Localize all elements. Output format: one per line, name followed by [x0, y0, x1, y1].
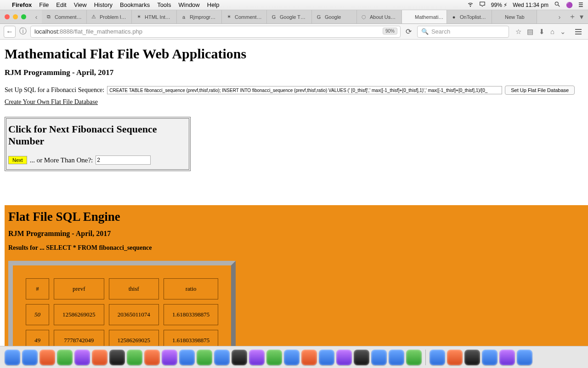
dock-app-icon[interactable] [284, 350, 300, 365]
browser-tab[interactable]: ✶Comment… [222, 10, 267, 23]
page-subtitle: RJM Programming - April, 2017 [5, 68, 583, 77]
bookmark-star-icon[interactable]: ☆ [515, 28, 521, 36]
sql-engine-panel: Flat File SQL Engine RJM Programming - A… [5, 205, 588, 346]
tab-label: Mathemati… [415, 14, 443, 20]
setup-database-button[interactable]: Set Up Flat File Database [505, 86, 575, 95]
dock-app-icon[interactable] [232, 350, 247, 365]
menu-file[interactable]: File [39, 1, 49, 8]
close-window-button[interactable] [5, 14, 10, 19]
search-field[interactable]: 🔍 Search [417, 26, 509, 38]
zoom-indicator[interactable]: 90% [383, 28, 397, 34]
menu-bookmarks[interactable]: Bookmarks [120, 1, 150, 8]
downloads-icon[interactable]: ⬇ [539, 28, 545, 36]
sql-input[interactable] [107, 86, 502, 94]
menu-tools[interactable]: Tools [157, 1, 171, 8]
search-icon: 🔍 [421, 28, 429, 35]
dock-app-icon[interactable] [354, 350, 369, 365]
browser-tab[interactable]: aRjmprogr… [177, 10, 222, 23]
menu-window[interactable]: Window [179, 1, 200, 8]
back-button[interactable]: ← [4, 26, 16, 38]
url-path: 8888/flat_file_mathematics.php [60, 28, 142, 35]
clipboard-icon[interactable]: ▤ [527, 28, 533, 36]
dock-app-icon[interactable] [430, 350, 445, 365]
tab-favicon: ● [451, 14, 457, 20]
browser-tab[interactable]: ⧉Comment… [42, 10, 87, 23]
minimize-window-button[interactable] [13, 14, 18, 19]
menu-view[interactable]: View [74, 1, 87, 8]
dock-app-icon[interactable] [517, 350, 532, 365]
results-table: #prevfthisfratio 50125862690252036501107… [21, 274, 223, 346]
dock-app-icon[interactable] [22, 350, 38, 365]
menu-history[interactable]: History [94, 1, 113, 8]
dock-app-icon[interactable] [447, 350, 463, 365]
siri-icon[interactable]: 🟣 [566, 2, 573, 8]
tab-favicon: ◌ [361, 14, 367, 20]
menu-help[interactable]: Help [207, 1, 220, 8]
tab-label: Problem l… [100, 14, 126, 20]
dock-app-icon[interactable] [482, 350, 498, 365]
dock-app-icon[interactable] [464, 350, 480, 365]
tab-scroll-left-icon[interactable]: ‹ [32, 12, 41, 22]
browser-tab[interactable]: Mathemati…× [402, 10, 447, 23]
engine-title: Flat File SQL Engine [8, 210, 584, 224]
menu-edit[interactable]: Edit [56, 1, 66, 8]
cell-prevf: 7778742049 [54, 330, 104, 346]
tab-label: Google T… [280, 14, 305, 20]
dock-app-icon[interactable] [92, 350, 107, 365]
tab-favicon: ⚠ [90, 14, 97, 20]
dock-app-icon[interactable] [162, 350, 177, 365]
app-name[interactable]: Firefox [12, 1, 32, 8]
browser-tab[interactable]: ⚠Problem l… [87, 10, 132, 23]
results-heading: Results for ... SELECT * FROM fibonacci_… [8, 244, 584, 252]
dock-app-icon[interactable] [5, 350, 20, 365]
dock-app-icon[interactable] [371, 350, 387, 365]
dock-app-icon[interactable] [74, 350, 90, 365]
tab-scroll-right-icon[interactable]: › [555, 12, 564, 22]
spotlight-icon[interactable] [554, 1, 560, 9]
dock-app-icon[interactable] [197, 350, 212, 365]
create-database-link[interactable]: Create Your Own Flat File Database [5, 98, 98, 105]
dock-app-icon[interactable] [389, 350, 404, 365]
new-tab-button[interactable]: ＋ [569, 12, 576, 22]
notifications-icon[interactable]: ☰ [578, 2, 583, 8]
cell-ratio: 1.61803398875 [164, 330, 218, 346]
tab-label: About Us… [370, 14, 396, 20]
dock-app-icon[interactable] [301, 350, 317, 365]
dock-app-icon[interactable] [40, 350, 55, 365]
reload-button[interactable]: ⟳ [404, 27, 413, 36]
dock-app-icon[interactable] [319, 350, 334, 365]
next-button[interactable]: Next [8, 156, 27, 164]
browser-tab[interactable]: GGoogle [312, 10, 357, 23]
browser-tab[interactable]: ●OnToplist… [447, 10, 492, 23]
dock-app-icon[interactable] [57, 350, 73, 365]
dock-app-icon[interactable] [179, 350, 195, 365]
dock-app-icon[interactable] [249, 350, 265, 365]
browser-tab[interactable]: GGoogle T… [267, 10, 312, 23]
tab-favicon [496, 14, 502, 20]
tab-label: New Tab [505, 14, 525, 20]
dock-app-icon[interactable] [336, 350, 352, 365]
dock-app-icon[interactable] [214, 350, 230, 365]
site-info-icon[interactable]: ⓘ [19, 27, 27, 36]
zoom-window-button[interactable] [21, 14, 26, 19]
pocket-icon[interactable]: ⌄ [560, 28, 566, 36]
airplay-icon[interactable] [479, 1, 486, 9]
home-icon[interactable]: ⌂ [550, 28, 554, 36]
all-tabs-icon[interactable]: ▾ [580, 12, 583, 21]
fibonacci-heading: Click for Next Fibonacci Sequence Number [8, 123, 187, 147]
dock-app-icon[interactable] [406, 350, 422, 365]
browser-tab[interactable]: ◌About Us… [357, 10, 402, 23]
tab-favicon: G [316, 14, 322, 20]
row-index: 50 [26, 304, 49, 325]
browser-tab[interactable]: ✶HTML Int… [132, 10, 177, 23]
address-bar[interactable]: localhost:8888/flat_file_mathematics.php… [30, 26, 401, 38]
dock-app-icon[interactable] [499, 350, 515, 365]
app-menu-button[interactable] [572, 26, 584, 38]
dock-app-icon[interactable] [127, 350, 142, 365]
dock-app-icon[interactable] [266, 350, 282, 365]
browser-tab[interactable]: New Tab [492, 10, 537, 23]
dock-app-icon[interactable] [144, 350, 160, 365]
dock-app-icon[interactable] [109, 350, 125, 365]
wifi-icon[interactable] [467, 1, 474, 9]
count-stepper[interactable] [96, 155, 151, 165]
